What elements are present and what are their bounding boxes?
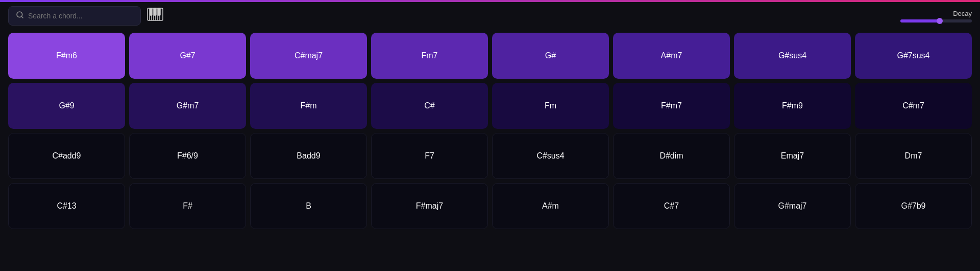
chord-button[interactable]: Badd9: [250, 133, 367, 179]
chord-button[interactable]: G#maj7: [734, 183, 851, 229]
piano-icon[interactable]: [147, 8, 163, 24]
chord-button[interactable]: C#maj7: [250, 33, 367, 79]
chord-button[interactable]: G#9: [8, 83, 125, 129]
header: Decay: [8, 6, 972, 26]
decay-slider-thumb: [937, 18, 943, 24]
chord-button[interactable]: Fm: [492, 83, 609, 129]
chord-button[interactable]: C#sus4: [492, 133, 609, 179]
chord-button[interactable]: B: [250, 183, 367, 229]
search-wrapper: [8, 6, 141, 26]
decay-slider-fill: [900, 19, 940, 22]
chord-button[interactable]: A#m7: [613, 33, 730, 79]
svg-rect-9: [150, 8, 152, 15]
chord-button[interactable]: G#7b9: [855, 183, 972, 229]
decay-section: Decay: [900, 10, 972, 22]
svg-rect-11: [158, 8, 160, 15]
chord-button[interactable]: G#sus4: [734, 33, 851, 79]
search-icon: [16, 11, 24, 21]
chord-grid: F#m6G#7C#maj7Fm7G#A#m7G#sus4G#7sus4G#9G#…: [8, 33, 972, 229]
chord-button[interactable]: F7: [371, 133, 488, 179]
chord-button[interactable]: F#maj7: [371, 183, 488, 229]
decay-label: Decay: [953, 10, 972, 17]
svg-rect-10: [154, 8, 156, 15]
chord-button[interactable]: A#m: [492, 183, 609, 229]
chord-button[interactable]: C#13: [8, 183, 125, 229]
chord-button[interactable]: F#m: [250, 83, 367, 129]
chord-button[interactable]: C#add9: [8, 133, 125, 179]
chord-button[interactable]: C#: [371, 83, 488, 129]
chord-button[interactable]: G#: [492, 33, 609, 79]
chord-button[interactable]: F#m7: [613, 83, 730, 129]
chord-button[interactable]: G#7: [129, 33, 246, 79]
chord-button[interactable]: Dm7: [855, 133, 972, 179]
chord-button[interactable]: G#m7: [129, 83, 246, 129]
chord-button[interactable]: Emaj7: [734, 133, 851, 179]
chord-button[interactable]: Fm7: [371, 33, 488, 79]
svg-line-1: [21, 16, 23, 18]
decay-slider[interactable]: [900, 19, 972, 22]
chord-button[interactable]: D#dim: [613, 133, 730, 179]
chord-button[interactable]: F#m9: [734, 83, 851, 129]
chord-button[interactable]: G#7sus4: [855, 33, 972, 79]
chord-button[interactable]: C#7: [613, 183, 730, 229]
chord-button[interactable]: F#m6: [8, 33, 125, 79]
chord-button[interactable]: F#6/9: [129, 133, 246, 179]
search-input[interactable]: [28, 12, 133, 20]
chord-button[interactable]: C#m7: [855, 83, 972, 129]
chord-button[interactable]: F#: [129, 183, 246, 229]
